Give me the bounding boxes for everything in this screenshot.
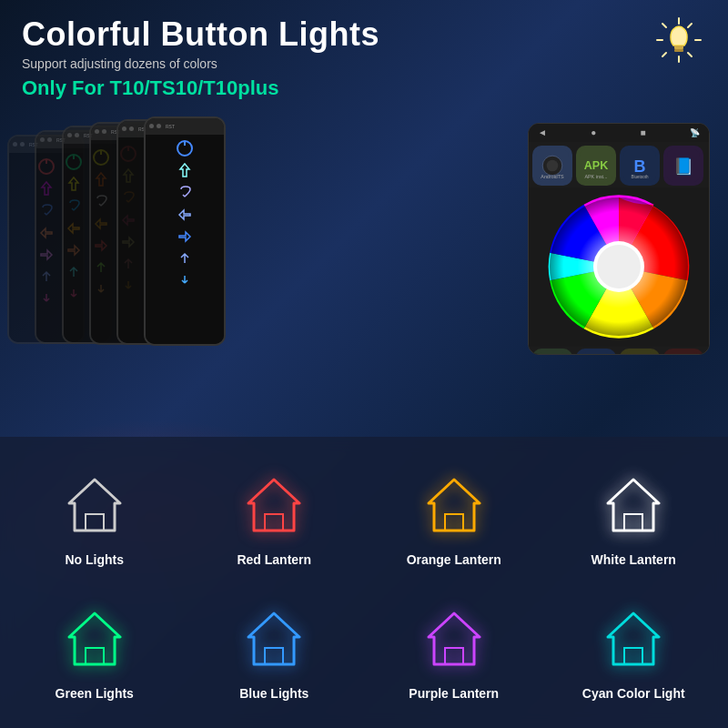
house-icon-red-lantern xyxy=(238,469,310,541)
color-wheel xyxy=(529,187,709,347)
svg-text:B: B xyxy=(634,157,646,176)
svg-point-25 xyxy=(547,159,559,171)
tablet-section: RST RST xyxy=(0,109,728,373)
svg-rect-57 xyxy=(445,514,463,531)
light-item-cyan-color-light: Cyan Color Light xyxy=(549,590,720,715)
app-icon-color[interactable]: Color xyxy=(663,349,703,355)
app-icon-boo[interactable]: 📘 xyxy=(663,146,703,186)
svg-rect-59 xyxy=(86,648,104,664)
house-icon-blue-lights xyxy=(238,602,310,675)
svg-line-8 xyxy=(688,53,692,56)
svg-rect-40 xyxy=(536,352,569,355)
svg-rect-46 xyxy=(623,352,656,355)
label-no-lights: No Lights xyxy=(65,552,124,567)
svg-line-6 xyxy=(688,24,692,27)
page-subtitle: Support adjusting dozens of colors xyxy=(22,56,706,71)
house-icon-white-lantern xyxy=(597,469,670,541)
app-icon-carsettings[interactable]: 🚗Car settings xyxy=(532,349,572,355)
lights-grid: No Lights Red Lantern Orange Lantern Whi… xyxy=(0,437,728,728)
svg-rect-58 xyxy=(624,514,642,531)
house-icon-no-lights xyxy=(58,469,131,541)
light-item-no-lights: No Lights xyxy=(9,455,180,581)
svg-point-39 xyxy=(597,245,641,288)
app-icon-bluetooth[interactable]: BBluetooth xyxy=(620,146,660,186)
svg-rect-9 xyxy=(674,46,683,49)
svg-rect-61 xyxy=(445,648,463,664)
bulb-icon xyxy=(655,16,703,64)
page-title: Colorful Button Lights xyxy=(22,16,706,53)
light-item-purple-lantern: Purple Lantern xyxy=(369,590,540,715)
label-white-lantern: White Lantern xyxy=(592,552,676,567)
label-orange-lantern: Orange Lantern xyxy=(407,552,501,567)
house-icon-purple-lantern xyxy=(418,602,490,675)
svg-line-5 xyxy=(662,24,666,27)
app-icon-android[interactable]: AndroidTS xyxy=(532,146,572,186)
tablet-panel-5: RST xyxy=(144,116,226,346)
svg-rect-56 xyxy=(265,514,283,531)
light-item-white-lantern: White Lantern xyxy=(549,455,720,581)
svg-text:📘: 📘 xyxy=(673,157,694,177)
svg-rect-50 xyxy=(667,352,700,355)
house-icon-orange-lantern xyxy=(418,469,490,541)
light-item-orange-lantern: Orange Lantern xyxy=(369,455,540,581)
app-icon-carmate[interactable]: 📍CarMate xyxy=(576,349,616,355)
app-icon-chrome[interactable]: Chrome xyxy=(620,349,660,355)
svg-rect-10 xyxy=(674,49,683,52)
header-section: Colorful Button Lights Support adjusting… xyxy=(0,0,728,106)
label-purple-lantern: Purple Lantern xyxy=(409,686,499,701)
svg-text:APK inst...: APK inst... xyxy=(584,173,607,178)
light-item-green-lights: Green Lights xyxy=(9,590,180,715)
svg-rect-43 xyxy=(580,352,612,355)
svg-rect-55 xyxy=(86,514,104,531)
main-container: Colorful Button Lights Support adjusting… xyxy=(0,0,728,728)
svg-text:APK: APK xyxy=(584,158,609,171)
light-item-blue-lights: Blue Lights xyxy=(189,590,360,715)
color-wheel-section: ◄ ● ■ 📡 AndroidTS APKAPK inst... BBlueto… xyxy=(528,123,710,355)
app-icon-apk[interactable]: APKAPK inst... xyxy=(576,146,616,186)
model-label: Only For T10/TS10/T10plus xyxy=(22,76,706,100)
svg-rect-62 xyxy=(624,648,642,664)
svg-text:AndroidTS: AndroidTS xyxy=(541,173,564,178)
house-icon-cyan-color-light xyxy=(597,602,670,675)
label-cyan-color-light: Cyan Color Light xyxy=(582,686,685,701)
svg-line-7 xyxy=(662,53,666,56)
svg-text:Bluetooth: Bluetooth xyxy=(631,175,649,179)
label-blue-lights: Blue Lights xyxy=(239,686,308,701)
label-green-lights: Green Lights xyxy=(56,686,134,701)
light-item-red-lantern: Red Lantern xyxy=(189,455,360,581)
house-icon-green-lights xyxy=(58,602,131,675)
label-red-lantern: Red Lantern xyxy=(237,552,311,567)
svg-rect-60 xyxy=(265,648,283,664)
